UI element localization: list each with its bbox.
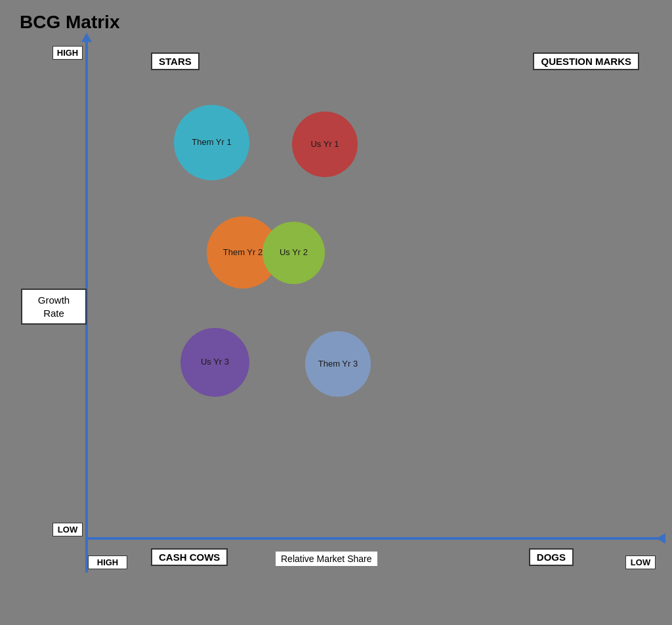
plot-area: Them Yr 1 Us Yr 1 Them Yr 2 Us Yr 2 Us Y…	[89, 39, 659, 536]
x-label-high: HIGH	[88, 555, 127, 569]
chart-area: HIGH LOW HIGH LOW STARS QUESTION MARKS C…	[52, 39, 659, 573]
bubble-them-yr1: Them Yr 1	[174, 105, 249, 180]
label-dogs: DOGS	[529, 548, 574, 566]
bubble-them-yr3: Them Yr 3	[305, 331, 371, 397]
bubble-us-yr3: Us Yr 3	[180, 328, 249, 397]
relative-market-share-label: Relative Market Share	[276, 552, 377, 566]
y-label-high: HIGH	[52, 46, 83, 60]
bubble-us-yr2: Us Yr 2	[262, 222, 325, 284]
growth-rate-label: Growth Rate	[21, 289, 87, 325]
page-title: BCG Matrix	[20, 12, 119, 33]
label-cash-cows: CASH COWS	[151, 548, 228, 566]
y-label-low: LOW	[52, 523, 83, 536]
x-axis	[85, 537, 659, 540]
x-label-low: LOW	[625, 555, 656, 569]
bubble-us-yr1: Us Yr 1	[292, 111, 358, 177]
